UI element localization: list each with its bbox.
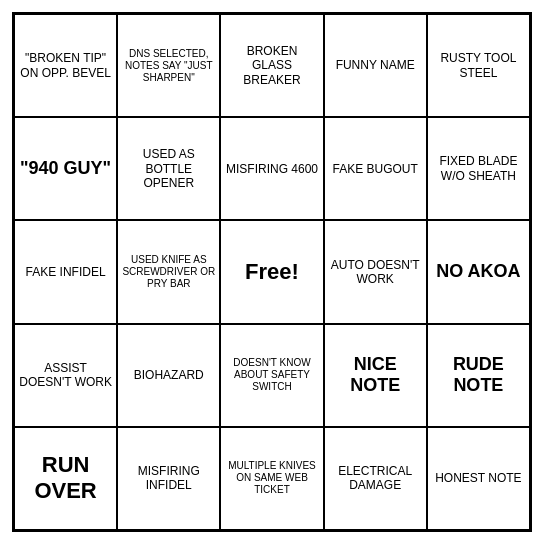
- bingo-cell-r0c0: "BROKEN TIP" ON OPP. BEVEL: [14, 14, 117, 117]
- bingo-cell-r2c4: NO AKOA: [427, 220, 530, 323]
- bingo-cell-r3c1: BIOHAZARD: [117, 324, 220, 427]
- bingo-cell-r2c0: FAKE INFIDEL: [14, 220, 117, 323]
- bingo-cell-r3c0: ASSIST DOESN'T WORK: [14, 324, 117, 427]
- bingo-cell-r0c4: RUSTY TOOL STEEL: [427, 14, 530, 117]
- bingo-cell-r0c3: FUNNY NAME: [324, 14, 427, 117]
- bingo-cell-r3c4: RUDE NOTE: [427, 324, 530, 427]
- bingo-cell-r2c2: Free!: [220, 220, 323, 323]
- bingo-cell-r1c1: USED AS BOTTLE OPENER: [117, 117, 220, 220]
- bingo-cell-r0c1: DNS SELECTED, NOTES SAY "JUST SHARPEN": [117, 14, 220, 117]
- bingo-cell-r1c0: "940 GUY": [14, 117, 117, 220]
- bingo-cell-r4c4: HONEST NOTE: [427, 427, 530, 530]
- bingo-cell-r4c1: MISFIRING INFIDEL: [117, 427, 220, 530]
- bingo-cell-r1c3: FAKE BUGOUT: [324, 117, 427, 220]
- bingo-cell-r2c1: USED KNIFE AS SCREWDRIVER OR PRY BAR: [117, 220, 220, 323]
- bingo-cell-r1c2: MISFIRING 4600: [220, 117, 323, 220]
- bingo-cell-r4c3: ELECTRICAL DAMAGE: [324, 427, 427, 530]
- bingo-cell-r4c2: MULTIPLE KNIVES ON SAME WEB TICKET: [220, 427, 323, 530]
- bingo-cell-r0c2: BROKEN GLASS BREAKER: [220, 14, 323, 117]
- bingo-cell-r3c2: DOESN'T KNOW ABOUT SAFETY SWITCH: [220, 324, 323, 427]
- bingo-cell-r1c4: FIXED BLADE W/O SHEATH: [427, 117, 530, 220]
- bingo-cell-r3c3: NICE NOTE: [324, 324, 427, 427]
- bingo-cell-r4c0: RUN OVER: [14, 427, 117, 530]
- bingo-cell-r2c3: AUTO DOESN'T WORK: [324, 220, 427, 323]
- bingo-card: "BROKEN TIP" ON OPP. BEVELDNS SELECTED, …: [12, 12, 532, 532]
